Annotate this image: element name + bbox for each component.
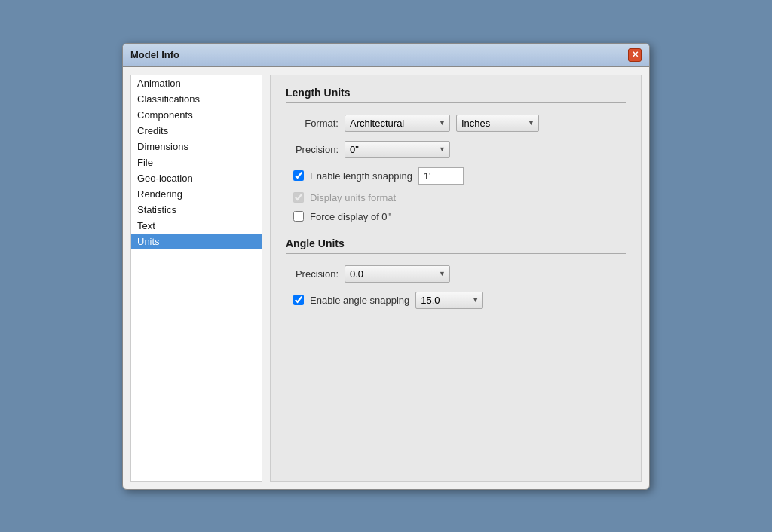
sidebar: AnimationClassificationsComponentsCredit… xyxy=(130,75,262,482)
inches-select-wrapper: Inches Feet xyxy=(456,115,539,132)
display-units-format-row: Display units format xyxy=(286,192,626,203)
content-panel: Length Units Format: Architectural Decim… xyxy=(270,75,642,482)
force-display-checkbox[interactable] xyxy=(293,211,304,222)
sidebar-item-rendering[interactable]: Rendering xyxy=(131,186,262,202)
format-select[interactable]: Architectural Decimal Engineering Fracti… xyxy=(345,115,450,132)
display-units-format-label: Display units format xyxy=(310,192,396,203)
window-title: Model Info xyxy=(130,49,179,60)
enable-length-snapping-checkbox[interactable] xyxy=(293,170,304,181)
angle-snap-select-wrapper: 15.0 5.0 1.0 45.0 xyxy=(415,292,483,309)
force-display-row: Force display of 0" xyxy=(286,211,626,222)
angle-units-title: Angle Units xyxy=(286,237,626,254)
sidebar-item-file[interactable]: File xyxy=(131,154,262,170)
title-bar: Model Info ✕ xyxy=(123,44,649,67)
force-display-label: Force display of 0" xyxy=(310,211,391,222)
sidebar-item-animation[interactable]: Animation xyxy=(131,75,262,91)
close-button[interactable]: ✕ xyxy=(628,48,642,62)
enable-length-snapping-row: Enable length snapping xyxy=(286,167,626,185)
precision-select[interactable]: 0" 0' 0" 0' 0 1/2" 0' 0 1/4" xyxy=(345,141,450,158)
angle-snap-select[interactable]: 15.0 5.0 1.0 45.0 xyxy=(415,292,483,309)
enable-angle-snapping-row: Enable angle snapping 15.0 5.0 1.0 45.0 xyxy=(286,292,626,309)
sidebar-item-text[interactable]: Text xyxy=(131,218,262,234)
length-units-title: Length Units xyxy=(286,87,626,103)
format-label: Format: xyxy=(286,118,339,129)
enable-angle-snapping-checkbox[interactable] xyxy=(293,295,304,305)
sidebar-item-statistics[interactable]: Statistics xyxy=(131,202,262,218)
model-info-window: Model Info ✕ AnimationClassificationsCom… xyxy=(122,43,650,490)
sidebar-item-dimensions[interactable]: Dimensions xyxy=(131,139,262,154)
sidebar-item-credits[interactable]: Credits xyxy=(131,123,262,139)
precision-label: Precision: xyxy=(286,144,339,155)
enable-length-snapping-label: Enable length snapping xyxy=(310,170,412,182)
precision-row: Precision: 0" 0' 0" 0' 0 1/2" 0' 0 1/4" xyxy=(286,141,626,158)
sidebar-item-geo-location[interactable]: Geo-location xyxy=(131,170,262,186)
inches-select[interactable]: Inches Feet xyxy=(456,115,539,132)
sidebar-item-units[interactable]: Units xyxy=(131,234,262,249)
enable-angle-snapping-label: Enable angle snapping xyxy=(310,295,409,306)
angle-units-section: Angle Units Precision: 0.0 0.00 0.000 En… xyxy=(286,237,626,309)
angle-precision-select-wrapper: 0.0 0.00 0.000 xyxy=(345,265,450,283)
format-row: Format: Architectural Decimal Engineerin… xyxy=(286,115,626,132)
window-body: AnimationClassificationsComponentsCredit… xyxy=(123,67,649,489)
format-select-wrapper: Architectural Decimal Engineering Fracti… xyxy=(345,115,450,132)
display-units-format-checkbox[interactable] xyxy=(293,192,304,203)
angle-precision-select[interactable]: 0.0 0.00 0.000 xyxy=(345,265,450,283)
sidebar-item-classifications[interactable]: Classifications xyxy=(131,91,262,107)
precision-select-wrapper: 0" 0' 0" 0' 0 1/2" 0' 0 1/4" xyxy=(345,141,450,158)
angle-precision-row: Precision: 0.0 0.00 0.000 xyxy=(286,265,626,283)
sidebar-item-components[interactable]: Components xyxy=(131,107,262,123)
angle-precision-label: Precision: xyxy=(286,268,339,280)
length-snapping-input[interactable] xyxy=(418,167,464,185)
